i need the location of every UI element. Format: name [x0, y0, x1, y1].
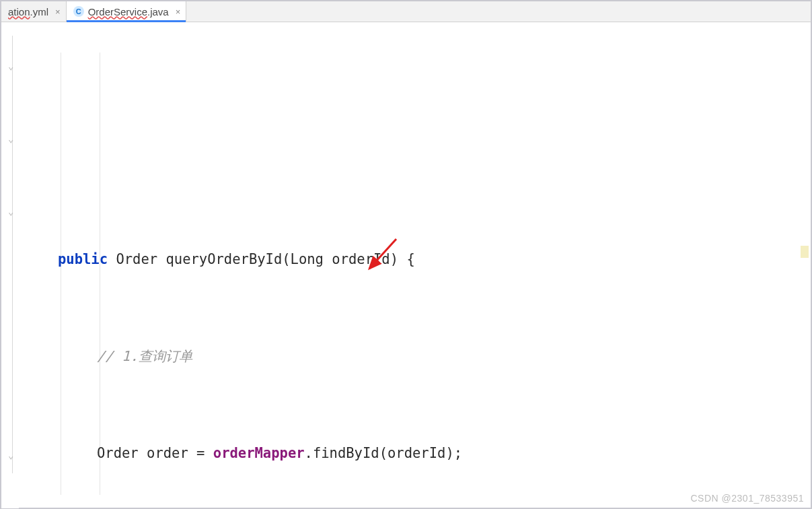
- code-line: [19, 150, 811, 174]
- fold-toggle-icon[interactable]: ⌄: [8, 134, 17, 143]
- tab-label: OrderService.java: [88, 6, 169, 18]
- fold-toggle-icon[interactable]: ⌄: [8, 450, 17, 460]
- code-line: Order order = orderMapper.findById(order…: [19, 441, 811, 465]
- ide-window: ation.yml × C OrderService.java × ⌄ ⌄ ⌄ …: [0, 0, 812, 509]
- watermark: CSDN @2301_78533951: [691, 493, 805, 504]
- fold-toggle-icon[interactable]: ⌄: [8, 207, 17, 216]
- fold-guide: [12, 36, 13, 473]
- gutter[interactable]: ⌄ ⌄ ⌄ ⌄: [1, 22, 19, 508]
- fold-toggle-icon[interactable]: ⌄: [8, 61, 17, 71]
- java-class-icon: C: [73, 6, 84, 17]
- tab-application-yml[interactable]: ation.yml ×: [1, 1, 67, 22]
- code-line: // 1.查询订单: [19, 344, 811, 368]
- tab-label: ation.yml: [8, 6, 48, 18]
- tab-orderservice-java[interactable]: C OrderService.java ×: [67, 1, 187, 22]
- editor-area: ⌄ ⌄ ⌄ ⌄ public Order queryOrderById(Long…: [1, 22, 811, 508]
- editor-tabbar: ation.yml × C OrderService.java ×: [1, 1, 811, 22]
- code-editor[interactable]: public Order queryOrderById(Long orderId…: [19, 22, 811, 508]
- indent-guide: [100, 53, 100, 495]
- close-icon[interactable]: ×: [52, 7, 61, 17]
- code-line: public Order queryOrderById(Long orderId…: [19, 247, 811, 271]
- indent-guide: [61, 53, 61, 495]
- scrollbar-marker[interactable]: [801, 246, 809, 258]
- close-icon[interactable]: ×: [173, 7, 181, 17]
